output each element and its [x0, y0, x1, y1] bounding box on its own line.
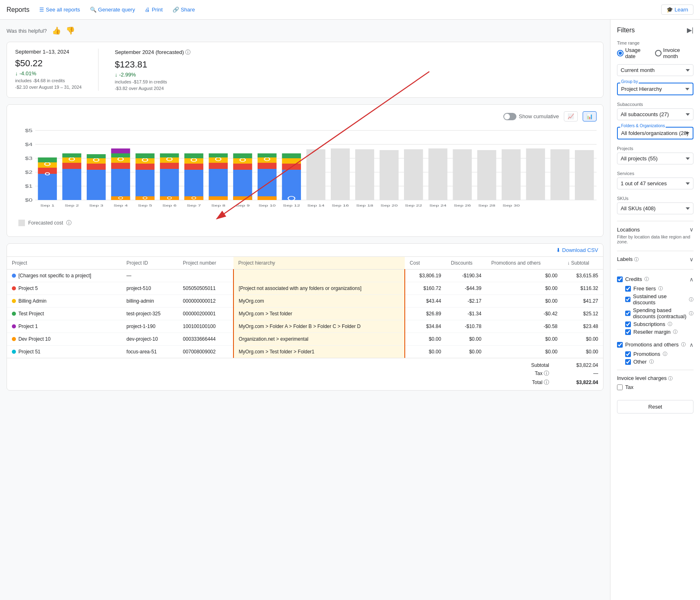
forecast-help-icon[interactable]: ⓘ: [185, 49, 191, 55]
current-month-select[interactable]: Current month: [617, 64, 693, 76]
list-icon: ☰: [39, 7, 44, 13]
free-tiers-checkbox[interactable]: [625, 286, 631, 292]
folders-wrapper: Folders & Organizations All folders/orga…: [617, 127, 693, 139]
free-tiers-help-icon[interactable]: ⓘ: [658, 285, 663, 292]
helpful-text: Was this helpful?: [7, 28, 47, 34]
credits-help-icon[interactable]: ⓘ: [644, 276, 649, 282]
locations-chevron[interactable]: ∨: [689, 226, 693, 233]
projects-select[interactable]: All projects (55): [617, 153, 693, 164]
svg-rect-87: [453, 149, 471, 200]
svg-rect-51: [184, 164, 203, 170]
reseller-margin-checkbox[interactable]: [625, 329, 631, 335]
labels-chevron[interactable]: ∨: [689, 256, 693, 263]
see-all-reports-link[interactable]: ☰ See all reports: [36, 5, 83, 14]
promotions-others-item[interactable]: Promotions and others ⓘ: [617, 342, 686, 348]
svg-rect-54: [184, 153, 203, 158]
total-help-icon[interactable]: ⓘ: [544, 379, 549, 385]
line-chart-button[interactable]: 📈: [564, 111, 578, 121]
credits-checkbox-item[interactable]: Credits ⓘ: [617, 276, 649, 282]
forecasted-cost-help-icon[interactable]: ⓘ: [66, 219, 72, 227]
promotions-others-help-icon[interactable]: ⓘ: [681, 342, 686, 348]
sustained-use-checkbox[interactable]: [625, 297, 630, 302]
svg-rect-64: [233, 164, 252, 170]
generate-query-link[interactable]: 🔍 Generate query: [87, 5, 138, 14]
main-layout: Was this helpful? 👍 👎 September 1–13, 20…: [0, 20, 700, 600]
subscriptions-help-icon[interactable]: ⓘ: [668, 321, 672, 327]
invoice-month-radio[interactable]: Invoice month: [655, 47, 693, 59]
project-dot-0: [12, 274, 16, 278]
tax-filter-item[interactable]: Tax: [617, 384, 693, 390]
project-name-6: Project 51: [18, 349, 40, 355]
folders-select[interactable]: All folders/organizations (28): [617, 127, 693, 139]
tax-filter-checkbox[interactable]: [617, 384, 623, 390]
subscriptions-checkbox[interactable]: [625, 321, 631, 327]
promotions-checkbox[interactable]: [625, 351, 631, 357]
divider-3: [617, 269, 693, 270]
reseller-margin-help-icon[interactable]: ⓘ: [673, 329, 678, 335]
group-by-section: Group by Project Hierarchy: [617, 83, 693, 95]
share-link[interactable]: 🔗 Share: [169, 5, 198, 14]
show-cumulative-toggle[interactable]: Show cumulative: [503, 113, 559, 120]
svg-rect-50: [184, 170, 203, 200]
project-name-1: Project 5: [18, 285, 38, 291]
spending-based-help-icon[interactable]: ⓘ: [689, 310, 693, 317]
folders-section: Folders & Organizations All folders/orga…: [617, 127, 693, 139]
bar-chart-button[interactable]: 📊: [583, 111, 597, 121]
billing-table: Project Project ID Project number Projec…: [7, 257, 603, 358]
other-checkbox[interactable]: [625, 359, 631, 365]
svg-rect-45: [160, 157, 179, 163]
svg-rect-40: [135, 153, 154, 158]
stat-note-2: includes -$17.59 in credits: [115, 79, 191, 84]
credits-checkbox[interactable]: [617, 276, 623, 282]
other-help-icon[interactable]: ⓘ: [649, 359, 654, 365]
spending-based-item[interactable]: Spending based discounts (contractual) ⓘ: [625, 307, 693, 319]
promotions-item[interactable]: Promotions ⓘ: [625, 351, 693, 357]
svg-text:Sep 12: Sep 12: [283, 204, 300, 207]
subaccounts-select[interactable]: All subaccounts (27): [617, 108, 693, 120]
tax-help-icon[interactable]: ⓘ: [544, 370, 549, 376]
total-value: $3,822.04: [565, 380, 598, 385]
svg-rect-81: [306, 149, 325, 200]
cell-promotions-6: $0.00: [486, 346, 562, 358]
reset-button[interactable]: Reset: [617, 400, 693, 413]
invoice-level-help-icon[interactable]: ⓘ: [668, 376, 673, 381]
subscriptions-item[interactable]: Subscriptions ⓘ: [625, 321, 693, 327]
thumbs-down-button[interactable]: 👎: [66, 26, 75, 35]
labels-help-icon[interactable]: ⓘ: [634, 257, 639, 262]
skus-select[interactable]: All SKUs (408): [617, 202, 693, 214]
thumbs-up-button[interactable]: 👍: [52, 26, 61, 35]
svg-rect-24: [87, 164, 105, 170]
group-by-select[interactable]: Project Hierarchy: [617, 83, 693, 95]
promotions-chevron[interactable]: ∧: [689, 342, 693, 348]
table-row: Project 5 project-510 505050505011 [Proj…: [7, 282, 603, 295]
svg-rect-73: [258, 153, 276, 157]
services-select[interactable]: 1 out of 47 services: [617, 178, 693, 189]
sustained-use-help-icon[interactable]: ⓘ: [689, 297, 693, 303]
svg-text:Sep 9: Sep 9: [236, 204, 250, 207]
other-item[interactable]: Other ⓘ: [625, 359, 693, 365]
credits-chevron[interactable]: ∧: [689, 276, 693, 283]
reseller-margin-item[interactable]: Reseller margin ⓘ: [625, 329, 693, 335]
cell-promotions-3: -$0.42: [486, 308, 562, 320]
col-discounts: Discounts: [446, 257, 487, 270]
print-link[interactable]: 🖨 Print: [141, 5, 166, 14]
sidebar-collapse-button[interactable]: ▶|: [687, 26, 693, 34]
promotions-others-checkbox[interactable]: [617, 342, 623, 348]
usage-date-radio[interactable]: Usage date: [617, 47, 650, 59]
svg-rect-32: [111, 153, 130, 157]
download-csv-button[interactable]: ⬇ Download CSV: [556, 247, 598, 253]
promotions-help-icon[interactable]: ⓘ: [663, 351, 667, 357]
projects-label: Projects: [617, 146, 693, 151]
top-nav: Reports ☰ See all reports 🔍 Generate que…: [0, 0, 700, 20]
project-name-2: Billing Admin: [18, 298, 47, 304]
learn-button[interactable]: 🎓 Learn: [661, 4, 693, 15]
sustained-use-item[interactable]: Sustained use discounts ⓘ: [625, 293, 693, 306]
cell-subtotal-5: $0.00: [562, 333, 603, 346]
projects-section: Projects All projects (55): [617, 146, 693, 164]
svg-text:Sep 30: Sep 30: [503, 204, 520, 207]
cell-cost-3: $26.89: [405, 308, 446, 320]
spending-based-checkbox[interactable]: [625, 310, 630, 316]
divider-2: [617, 251, 693, 251]
cell-projectid-5: dev-project-10: [121, 333, 178, 346]
free-tiers-item[interactable]: Free tiers ⓘ: [625, 285, 693, 292]
